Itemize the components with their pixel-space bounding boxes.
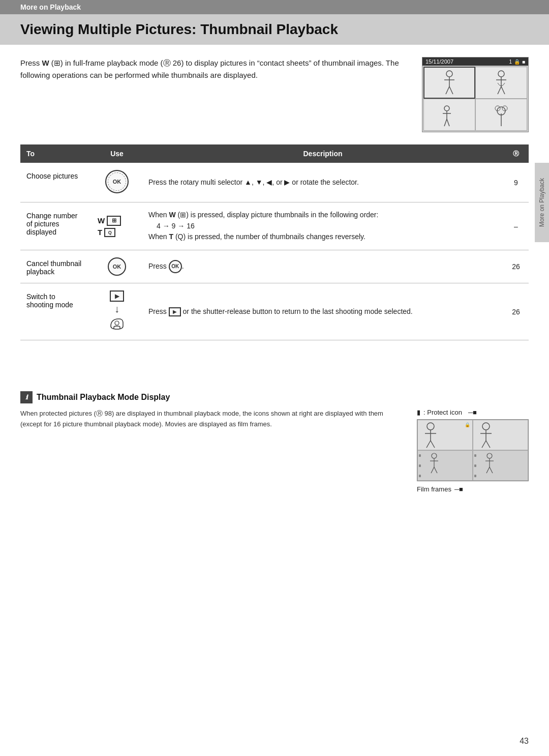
note-title: Thumbnail Playback Mode Display	[37, 393, 170, 402]
row1-use	[92, 163, 142, 202]
protect-icon-small: 🔒	[514, 59, 520, 65]
bottom-figure-1	[418, 420, 443, 448]
protect-text: : Protect icon	[423, 409, 462, 416]
camera-preview-grid	[422, 66, 528, 132]
row3-to: Cancel thumbnailplayback	[20, 250, 92, 283]
page-number: 43	[520, 737, 529, 746]
preview-num: 1	[509, 59, 512, 65]
bottom-note-text: When protected pictures (Ⓡ 98) are displ…	[20, 409, 402, 430]
row1-to: Choose pictures	[20, 163, 92, 202]
or-text: or	[276, 178, 282, 186]
row2-use: W ⊞ T Q	[92, 202, 142, 250]
svg-point-19	[115, 321, 119, 325]
svg-line-28	[482, 441, 486, 448]
svg-point-35	[487, 453, 492, 458]
svg-line-29	[486, 441, 490, 448]
bottom-camera-preview: 🔒	[417, 419, 529, 481]
svg-line-9	[501, 86, 505, 94]
film-dot	[474, 454, 476, 457]
film-figure	[424, 451, 444, 474]
top-bar: More on Playback	[0, 0, 549, 14]
bottom-content: When protected pictures (Ⓡ 98) are displ…	[20, 409, 529, 493]
side-label-text: More on Playback	[538, 178, 545, 227]
film-dots-left	[419, 451, 421, 480]
ok-in-text: OK	[169, 260, 182, 273]
w-label: W	[98, 216, 105, 225]
w-label: W	[42, 59, 49, 67]
thumb-cell-3	[423, 99, 475, 131]
t-row: T Q	[98, 228, 115, 237]
bottom-section: ℹ Thumbnail Playback Mode Display When p…	[0, 381, 549, 503]
th-description: Description	[142, 144, 503, 163]
t-label: T	[98, 228, 102, 237]
svg-line-34	[434, 467, 437, 473]
shutter-icon	[109, 316, 125, 333]
bottom-thumb-2	[473, 420, 528, 450]
row2-desc: When W (⊞) is pressed, display picture t…	[142, 202, 503, 250]
svg-line-14	[447, 119, 449, 126]
svg-line-8	[498, 86, 501, 94]
w-row: W ⊞	[98, 216, 121, 226]
press-label: Press	[20, 59, 42, 67]
svg-point-30	[432, 453, 437, 458]
film-frames-arrow: ─■	[454, 485, 463, 493]
thumb-figure-2	[489, 69, 514, 97]
ok-button	[105, 170, 129, 193]
intro-text: Press W (⊞) in full-frame playback mode …	[20, 57, 407, 81]
order-text: 4 → 9 → 16	[157, 222, 195, 230]
thumb-figure-1	[437, 69, 462, 97]
svg-point-25	[482, 423, 490, 430]
memory-icon: ■	[522, 59, 525, 65]
protect-label: ▮ : Protect icon ─■	[417, 409, 529, 416]
row3-ref: 26	[503, 250, 529, 283]
play-icon: ▶	[110, 290, 124, 302]
title-area: Viewing Multiple Pictures: Thumbnail Pla…	[0, 14, 549, 45]
row2-ref: –	[503, 202, 529, 250]
ok-circle-icon: OK	[108, 257, 126, 276]
table-row: Cancel thumbnailplayback OK Press OK. 26	[20, 250, 529, 283]
top-bar-label: More on Playback	[20, 3, 81, 11]
main-content-area: Press W (⊞) in full-frame playback mode …	[0, 45, 549, 144]
svg-line-24	[431, 441, 435, 448]
w-icon-inline: (⊞)	[51, 59, 63, 67]
film-frames-text: Film frames	[417, 485, 451, 493]
ref-icon: Ⓡ	[510, 149, 522, 159]
table-row: Change numberof picturesdisplayed W ⊞ T …	[20, 202, 529, 250]
page-title: Viewing Multiple Pictures: Thumbnail Pla…	[20, 21, 529, 38]
film-dot	[419, 464, 421, 467]
row3-use: OK	[92, 250, 142, 283]
th-use: Use	[92, 144, 142, 163]
row4-use: ▶ ↓	[92, 283, 142, 340]
side-label: More on Playback	[535, 163, 549, 242]
table-row: Switch toshooting mode ▶ ↓	[20, 283, 529, 340]
svg-line-33	[431, 467, 434, 473]
svg-line-4	[449, 86, 453, 94]
row1-ref: 9	[503, 163, 529, 202]
bottom-thumb-1: 🔒	[417, 420, 473, 450]
table-body: Choose pictures Press the rotary multi s…	[20, 163, 529, 340]
thumb-figure-3	[437, 101, 462, 129]
table-section: To Use Description Ⓡ Choose picture	[0, 144, 549, 351]
film-frames-label: Film frames ─■	[417, 485, 529, 493]
film-dot	[474, 464, 476, 467]
row4-ref: 26	[503, 283, 529, 340]
bottom-camera-grid: 🔒	[417, 420, 528, 481]
svg-line-39	[490, 467, 493, 473]
svg-point-0	[446, 71, 452, 77]
wt-buttons: W ⊞ T Q	[98, 216, 136, 237]
row4-desc: Press ▶ or the shutter-release button to…	[142, 283, 503, 340]
row4-to: Switch toshooting mode	[20, 283, 92, 340]
bottom-film-1	[417, 450, 473, 481]
protect-overlay: 🔒	[465, 422, 470, 427]
film-figure-2	[479, 451, 500, 474]
camera-preview: 15/11/2007 1 🔒 ■	[422, 57, 529, 132]
row1-desc: Press the rotary multi selector ▲, ▼, ◀,…	[142, 163, 503, 202]
camera-preview-header: 15/11/2007 1 🔒 ■	[422, 57, 528, 66]
svg-point-20	[427, 423, 434, 430]
thumb-cell-1	[423, 67, 475, 99]
thumb-cell-2	[475, 67, 527, 99]
table-row: Choose pictures Press the rotary multi s…	[20, 163, 529, 202]
protect-arrow: ─■	[468, 409, 477, 416]
play-in-text: ▶	[169, 307, 181, 316]
row2-to: Change numberof picturesdisplayed	[20, 202, 92, 250]
